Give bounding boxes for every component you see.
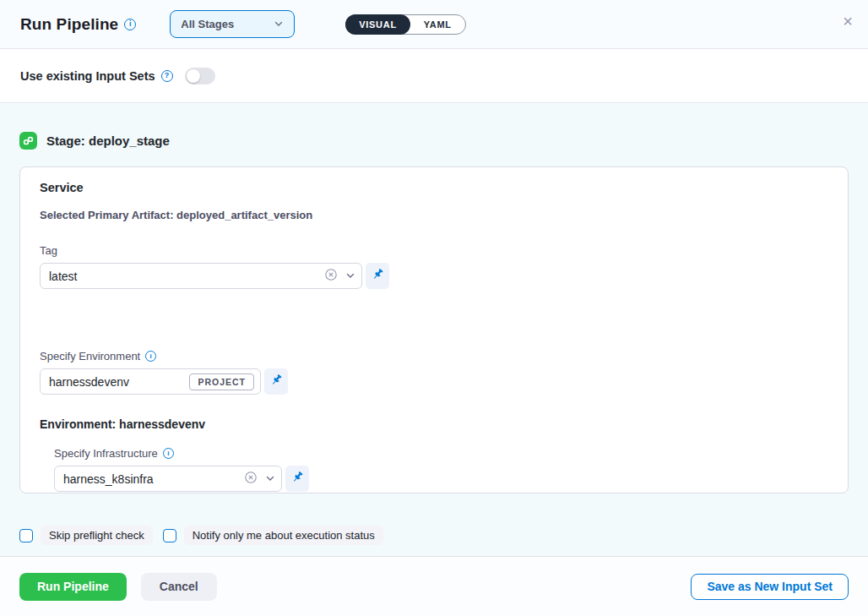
service-card: Service Selected Primary Artifact: deplo… bbox=[19, 166, 849, 493]
close-icon[interactable]: × bbox=[843, 13, 853, 30]
infrastructure-pin-button[interactable] bbox=[285, 466, 309, 492]
help-icon[interactable]: ? bbox=[161, 70, 173, 82]
info-icon[interactable]: i bbox=[145, 351, 156, 362]
primary-artifact-line: Selected Primary Artifact: deployed_arti… bbox=[40, 209, 828, 221]
pin-icon bbox=[270, 373, 283, 390]
project-scope-badge: PROJECT bbox=[189, 373, 254, 390]
dialog-footer: Run Pipeline Cancel Save as New Input Se… bbox=[0, 556, 868, 616]
info-icon[interactable]: i bbox=[163, 448, 174, 459]
stage-selector-value: All Stages bbox=[181, 18, 234, 30]
skip-preflight-label: Skip preflight check bbox=[41, 526, 153, 545]
execution-options-row: Skip preflight check Notify only me abou… bbox=[19, 526, 849, 545]
cd-stage-icon bbox=[19, 132, 37, 150]
tab-yaml[interactable]: YAML bbox=[410, 14, 465, 35]
stage-selector-dropdown[interactable]: All Stages bbox=[170, 10, 295, 38]
existing-input-sets-row: Use existing Input Sets ? bbox=[0, 49, 868, 103]
dialog-header: Run Pipeline i All Stages VISUAL YAML × bbox=[0, 0, 868, 49]
infrastructure-label-text: Specify Infrastructure bbox=[54, 447, 158, 460]
environment-field-row: PROJECT bbox=[40, 368, 828, 395]
chevron-down-icon[interactable] bbox=[265, 472, 275, 487]
infrastructure-label: Specify Infrastructure i bbox=[54, 447, 828, 460]
chevron-down-icon bbox=[274, 17, 284, 32]
tag-label: Tag bbox=[40, 244, 828, 257]
stage-section: Stage: deploy_stage Service Selected Pri… bbox=[0, 103, 868, 556]
stage-name-label: Stage: deploy_stage bbox=[46, 134, 170, 148]
tag-field-row bbox=[40, 263, 828, 289]
cancel-button[interactable]: Cancel bbox=[141, 573, 217, 601]
stage-heading: Stage: deploy_stage bbox=[19, 132, 849, 150]
service-title: Service bbox=[40, 181, 828, 194]
visual-yaml-toggle: VISUAL YAML bbox=[345, 14, 466, 35]
chevron-down-icon[interactable] bbox=[345, 269, 355, 284]
infrastructure-block: Specify Infrastructure i bbox=[54, 447, 828, 492]
environment-heading: Environment: harnessdevenv bbox=[40, 417, 828, 431]
info-icon[interactable]: i bbox=[124, 19, 136, 30]
environment-label-text: Specify Environment bbox=[40, 350, 140, 363]
pin-icon bbox=[291, 471, 304, 487]
environment-pin-button[interactable] bbox=[264, 368, 288, 395]
notify-me-checkbox[interactable] bbox=[163, 529, 176, 542]
skip-preflight-option: Skip preflight check bbox=[19, 526, 153, 545]
environment-label: Specify Environment i bbox=[40, 350, 828, 363]
existing-input-sets-label: Use existing Input Sets bbox=[20, 69, 155, 83]
save-as-new-input-set-button[interactable]: Save as New Input Set bbox=[691, 574, 849, 600]
run-pipeline-button[interactable]: Run Pipeline bbox=[19, 573, 127, 601]
skip-preflight-checkbox[interactable] bbox=[19, 529, 33, 542]
page-title: Run Pipeline bbox=[20, 15, 118, 34]
infrastructure-field-row bbox=[54, 466, 828, 492]
tab-visual[interactable]: VISUAL bbox=[345, 14, 410, 35]
tag-pin-button[interactable] bbox=[366, 263, 389, 289]
toggle-knob bbox=[187, 69, 200, 83]
pin-icon bbox=[372, 268, 384, 284]
notify-me-label: Notify only me about execution status bbox=[184, 526, 383, 545]
clear-icon[interactable] bbox=[324, 268, 338, 285]
tag-input[interactable] bbox=[40, 263, 362, 289]
input-sets-toggle[interactable] bbox=[185, 68, 215, 84]
notify-me-option: Notify only me about execution status bbox=[163, 526, 383, 545]
clear-icon[interactable] bbox=[244, 471, 258, 488]
